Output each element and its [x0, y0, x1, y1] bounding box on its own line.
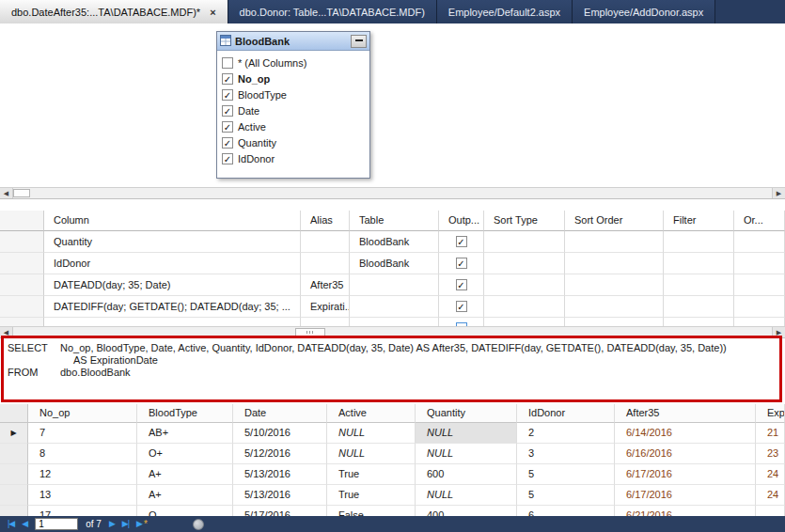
scrollbar-thumb[interactable] — [13, 189, 30, 197]
output-checkbox[interactable] — [456, 301, 467, 312]
output-checkbox[interactable] — [456, 258, 467, 269]
cell-date[interactable]: 5/10/2016 — [233, 423, 327, 444]
checkbox-icon[interactable] — [222, 73, 233, 85]
criteria-sort-order-cell[interactable] — [565, 231, 664, 253]
criteria-alias-cell[interactable] — [301, 231, 350, 253]
cell-active[interactable]: True — [327, 464, 416, 485]
criteria-alias-cell[interactable] — [301, 318, 350, 326]
criteria-column-cell[interactable]: Quantity — [44, 231, 301, 253]
scrollbar-thumb[interactable] — [295, 328, 325, 336]
prev-record-icon[interactable]: ◀ — [22, 520, 27, 528]
criteria-sort-order-cell[interactable] — [565, 296, 664, 318]
sql-pane[interactable]: SELECT No_op, BloodType, Date, Active, Q… — [0, 338, 785, 404]
cell-active[interactable]: NULL — [327, 423, 416, 444]
cell-after35[interactable]: 6/17/2016 — [615, 464, 756, 485]
scroll-right-icon[interactable]: ▶ — [772, 327, 785, 337]
checkbox-icon[interactable] — [222, 153, 233, 164]
criteria-table-cell[interactable] — [350, 296, 439, 318]
cell-bloodtype[interactable]: A+ — [137, 485, 233, 506]
results-header-bloodtype[interactable]: BloodType — [137, 404, 233, 423]
cell-expiration[interactable]: 23 — [756, 444, 785, 464]
cell-date[interactable]: 5/13/2016 — [233, 485, 327, 506]
criteria-or-cell[interactable] — [734, 274, 785, 296]
results-header-expiration[interactable]: Exp — [756, 404, 785, 423]
cell-bloodtype[interactable]: AB+ — [137, 423, 233, 444]
criteria-sort-type-cell[interactable] — [484, 274, 565, 296]
criteria-filter-cell[interactable] — [664, 296, 734, 318]
cell-no-op[interactable]: 17 — [28, 506, 137, 516]
criteria-or-cell[interactable] — [734, 253, 785, 274]
column-item-quantity[interactable]: Quantity — [217, 134, 369, 150]
criteria-sort-order-cell[interactable] — [565, 253, 664, 274]
last-record-icon[interactable]: ▶| — [122, 520, 129, 528]
table-window-titlebar[interactable]: BloodBank — [217, 32, 369, 51]
cell-bloodtype[interactable]: O — [137, 506, 233, 516]
cell-expiration[interactable]: 24 — [756, 485, 785, 506]
results-header-date[interactable]: Date — [233, 404, 327, 423]
column-item-bloodtype[interactable]: BloodType — [217, 86, 369, 102]
criteria-output-cell[interactable] — [439, 231, 484, 253]
cell-bloodtype[interactable]: A+ — [137, 464, 233, 485]
criteria-or-cell[interactable] — [734, 296, 785, 318]
cell-after35[interactable]: 6/16/2016 — [615, 444, 756, 464]
criteria-or-cell[interactable] — [734, 231, 785, 253]
criteria-output-cell[interactable] — [439, 274, 484, 296]
criteria-table-cell[interactable] — [350, 274, 439, 296]
criteria-header-column[interactable]: Column — [44, 211, 301, 231]
scroll-left-icon[interactable]: ◀ — [0, 188, 13, 198]
cell-no-op[interactable]: 7 — [28, 423, 137, 444]
checkbox-icon[interactable] — [222, 57, 233, 69]
criteria-column-cell[interactable] — [44, 318, 301, 326]
first-record-icon[interactable]: |◀ — [8, 520, 14, 528]
cell-quantity[interactable]: NULL — [416, 444, 517, 464]
column-item-date[interactable]: Date — [217, 102, 369, 118]
results-header-no-op[interactable]: No_op — [28, 404, 137, 423]
criteria-header-or[interactable]: Or... — [734, 211, 785, 231]
row-marker-icon[interactable]: ▶ — [0, 423, 28, 444]
checkbox-icon[interactable] — [222, 121, 233, 133]
cell-active[interactable]: NULL — [327, 444, 416, 464]
output-checkbox[interactable] — [456, 279, 467, 290]
row-selector[interactable] — [0, 506, 28, 516]
cell-active[interactable]: True — [327, 485, 416, 506]
criteria-column-cell[interactable]: DATEDIFF(day; GETDATE(); DATEADD(day; 35… — [44, 296, 301, 318]
criteria-header-alias[interactable]: Alias — [301, 211, 350, 231]
cell-quantity[interactable]: NULL — [416, 423, 517, 444]
cell-no-op[interactable]: 8 — [28, 444, 137, 464]
criteria-alias-cell[interactable]: After35 — [301, 274, 350, 296]
criteria-sort-order-cell[interactable] — [565, 274, 664, 296]
criteria-output-cell[interactable] — [439, 253, 484, 274]
cell-active[interactable]: False — [327, 506, 416, 516]
criteria-table-cell[interactable]: BloodBank — [350, 231, 439, 253]
criteria-header-table[interactable]: Table — [350, 211, 439, 231]
criteria-column-cell[interactable]: IdDonor — [44, 253, 301, 274]
row-selector[interactable] — [0, 464, 28, 485]
cell-quantity[interactable]: 400 — [416, 506, 517, 516]
criteria-alias-cell[interactable]: Expirati... — [301, 296, 350, 318]
criteria-sort-order-cell[interactable] — [565, 318, 664, 326]
cell-iddonor[interactable]: 3 — [517, 444, 615, 464]
criteria-alias-cell[interactable] — [301, 253, 350, 274]
cell-date[interactable]: 5/17/2016 — [233, 506, 327, 516]
results-header-after35[interactable]: After35 — [615, 404, 756, 423]
row-selector[interactable] — [0, 253, 44, 274]
checkbox-icon[interactable] — [222, 89, 233, 101]
tab-adddonor[interactable]: Employee/AddDonor.aspx — [573, 0, 715, 23]
cell-after35[interactable]: 6/17/2016 — [615, 485, 756, 506]
cell-expiration[interactable]: 24 — [756, 464, 785, 485]
criteria-output-cell[interactable] — [439, 318, 484, 326]
column-item-active[interactable]: Active — [217, 118, 369, 134]
cell-expiration[interactable] — [756, 506, 785, 516]
cell-date[interactable]: 5/13/2016 — [233, 464, 327, 485]
row-selector[interactable] — [0, 444, 28, 464]
record-circle-icon[interactable] — [193, 519, 204, 530]
tab-default2[interactable]: Employee/Default2.aspx — [437, 0, 573, 23]
checkbox-icon[interactable] — [222, 105, 233, 117]
cell-no-op[interactable]: 12 — [28, 464, 137, 485]
criteria-filter-cell[interactable] — [664, 274, 734, 296]
criteria-header-output[interactable]: Outp... — [439, 211, 484, 231]
cell-iddonor[interactable]: 5 — [517, 485, 615, 506]
minimize-icon[interactable] — [351, 35, 367, 48]
output-checkbox[interactable] — [456, 236, 467, 247]
cell-after35[interactable]: 6/21/2016 — [615, 506, 756, 516]
